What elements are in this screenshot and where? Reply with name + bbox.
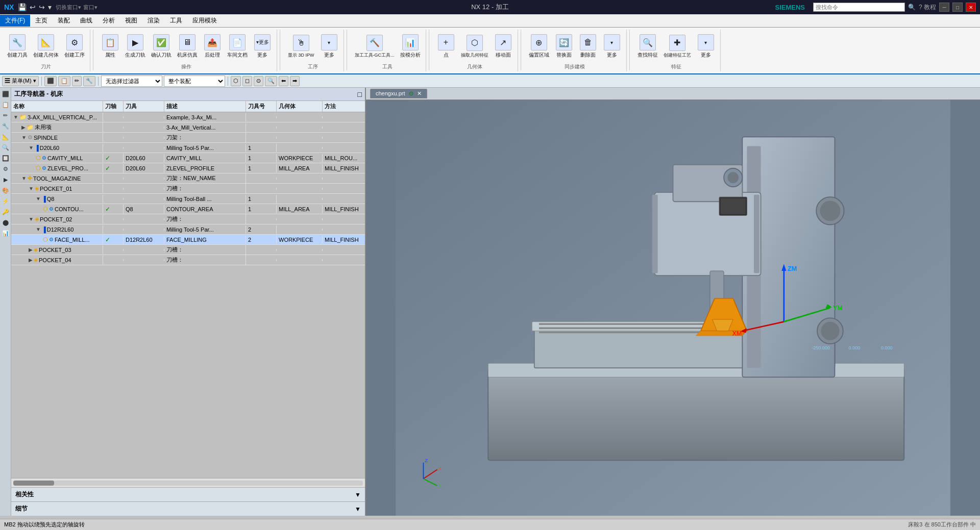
tb-menu-btn[interactable]: ☰ 菜单(M) ▾ xyxy=(2,76,39,86)
point-button[interactable]: + 点 xyxy=(435,33,457,60)
menu-tools[interactable]: 工具 xyxy=(165,15,187,27)
search-icon[interactable]: 🔍 xyxy=(908,4,916,11)
table-row[interactable]: ⬡ ⚙ ZLEVEL_PRO... ✓ D20L60 ZLEVEL_PROFIL… xyxy=(11,163,365,173)
expand-icon[interactable]: ▼ xyxy=(21,175,27,181)
generate-button[interactable]: ▶ 生成刀轨 xyxy=(123,33,148,60)
tb-btn-1[interactable]: ⬛ xyxy=(44,76,57,86)
sidebar-icon-9[interactable]: ▶ xyxy=(1,174,11,185)
shopfloor-button[interactable]: 📄 车间文档 xyxy=(225,33,250,60)
assembly-dropdown[interactable]: 整个装配 xyxy=(164,75,225,87)
more-feature-button[interactable]: ▾ 更多 xyxy=(695,33,717,60)
tb-btn-4[interactable]: 🔧 xyxy=(83,76,95,86)
sidebar-icon-7[interactable]: 🔲 xyxy=(1,153,11,163)
scroll-track[interactable] xyxy=(13,481,363,486)
table-row[interactable]: ▼ ▐ D20L60 Milling Tool-5 Par... 1 xyxy=(11,143,365,153)
menu-render[interactable]: 渲染 xyxy=(142,15,165,27)
expand-icon[interactable]: ▼ xyxy=(29,186,34,191)
expand-icon[interactable]: ▶ xyxy=(29,247,33,253)
machine-3d-view[interactable]: ZM YM XM xyxy=(366,100,980,516)
expand-icon[interactable]: ▼ xyxy=(13,114,18,120)
sidebar-icon-11[interactable]: ⚡ xyxy=(1,196,11,206)
tb-view-btn-3[interactable]: ⊙ xyxy=(254,76,263,86)
view-tab-item[interactable]: chengxu.prt ⊙ ✕ xyxy=(370,89,427,98)
table-row[interactable]: ⬡ ⚙ FACE_MILL... ✓ D12R2L60 FACE_MILLING… xyxy=(11,235,365,245)
tb-btn-3[interactable]: ✏ xyxy=(72,76,82,86)
maximize-button[interactable]: □ xyxy=(952,3,963,12)
close-button[interactable]: ✕ xyxy=(966,3,976,12)
scroll-thumb[interactable] xyxy=(13,481,54,486)
table-row[interactable]: ▶ ◈ POCKET_03 刀槽： xyxy=(11,245,365,255)
table-row[interactable]: ⬡ ⚙ CAVITY_MILL ✓ D20L60 CAVITY_MILL 1 W… xyxy=(11,153,365,163)
expand-icon[interactable]: ▼ xyxy=(36,226,41,232)
menu-home[interactable]: 主页 xyxy=(30,15,53,27)
table-row[interactable]: ▼ 📁 3-AX_MILL_VERTICAL_P... Example, 3-A… xyxy=(11,112,365,122)
relevance-toggle[interactable]: ▼ xyxy=(355,491,361,498)
table-row[interactable]: ▼ ✤ TOOL_MAGAZINE 刀架：NEW_NAME xyxy=(11,173,365,184)
more-process-button[interactable]: ▾ 更多 xyxy=(318,33,340,60)
nav-scrollbar[interactable] xyxy=(11,478,365,487)
sidebar-icon-13[interactable]: ⬤ xyxy=(1,217,11,228)
expand-icon[interactable]: ▶ xyxy=(29,257,33,263)
more-sync-button[interactable]: ▾ 更多 xyxy=(601,33,623,60)
menu-curve[interactable]: 曲线 xyxy=(75,15,97,27)
create-op-button[interactable]: ⚙ 创建工序 xyxy=(62,33,87,60)
properties-button[interactable]: 📋 属性 xyxy=(99,33,121,60)
redo-button[interactable]: ↪ xyxy=(38,3,46,11)
sidebar-icon-4[interactable]: 🔧 xyxy=(1,121,11,131)
machine-tool-button[interactable]: 🔨 加工工具-GC工具... xyxy=(353,34,397,60)
tb-view-btn-1[interactable]: ⬡ xyxy=(231,76,241,86)
sidebar-icon-10[interactable]: 🎨 xyxy=(1,185,11,195)
sidebar-icon-1[interactable]: ⬛ xyxy=(1,89,11,99)
create-tool-button[interactable]: 🔧 创建刀具 xyxy=(5,33,30,60)
menu-file[interactable]: 文件(F) xyxy=(0,15,30,27)
move-face-button[interactable]: ↗ 移动面 xyxy=(492,33,514,60)
sidebar-icon-8[interactable]: ⚙ xyxy=(1,164,11,174)
tb-view-btn-5[interactable]: ⬅ xyxy=(279,76,288,86)
expand-icon[interactable]: ▼ xyxy=(29,145,34,150)
tb-btn-2[interactable]: 📋 xyxy=(58,76,70,86)
extract-button[interactable]: ⬡ 抽取几何特征 xyxy=(459,34,491,60)
undo-button[interactable]: ↩ xyxy=(29,3,37,11)
sidebar-icon-5[interactable]: 📐 xyxy=(1,132,11,142)
tb-view-btn-2[interactable]: ◻ xyxy=(242,76,252,86)
table-row[interactable]: ▼ ◈ POCKET_02 刀槽： xyxy=(11,214,365,224)
table-row[interactable]: ▼ ▐ D12R2L60 Milling Tool-5 Par... 2 xyxy=(11,224,365,235)
verify-button[interactable]: ✅ 确认刀轨 xyxy=(149,33,174,60)
filter-dropdown[interactable]: 无选择过滤器 xyxy=(101,75,162,87)
create-feature-button[interactable]: ✚ 创建特征工艺 xyxy=(662,34,693,60)
details-toggle[interactable]: ▼ xyxy=(355,506,361,513)
table-row[interactable]: ▶ 📁 未用项 3-Ax_Mill_Vertical... xyxy=(11,122,365,133)
expand-icon[interactable]: ▼ xyxy=(29,216,34,222)
sidebar-icon-2[interactable]: 📋 xyxy=(1,99,11,110)
delete-face-button[interactable]: 🗑 删除面 xyxy=(577,33,599,60)
expand-icon[interactable]: ▼ xyxy=(36,196,41,201)
table-row[interactable]: ⬡ ⚙ CONTOU... ✓ Q8 CONTOUR_AREA 1 MILL_A… xyxy=(11,204,365,214)
display-3d-button[interactable]: 🖱 显示 3D IPW xyxy=(286,34,316,60)
find-feature-button[interactable]: 🔍 查找特征 xyxy=(635,33,660,60)
tb-view-btn-6[interactable]: ➡ xyxy=(290,76,300,86)
post-button[interactable]: 📤 后处理 xyxy=(201,33,224,60)
details-panel[interactable]: 细节 ▼ xyxy=(11,501,365,516)
search-input[interactable] xyxy=(813,3,905,12)
expand-icon[interactable]: ▼ xyxy=(21,135,27,140)
sidebar-icon-14[interactable]: 📊 xyxy=(1,228,11,238)
tb-view-btn-4[interactable]: 🔍 xyxy=(265,76,277,86)
table-row[interactable]: ▼ ◈ POCKET_01 刀槽： xyxy=(11,184,365,194)
table-row[interactable]: ▼ ⚙ SPINDLE 刀架： xyxy=(11,133,365,143)
view-tab-close[interactable]: ✕ xyxy=(417,90,422,96)
analysis-button[interactable]: 📊 按模分析 xyxy=(398,33,423,60)
table-row[interactable]: ▼ ▐ Q8 Milling Tool-Ball ... 1 xyxy=(11,194,365,204)
nav-expand-button[interactable]: □ xyxy=(358,90,362,98)
sidebar-icon-12[interactable]: 🔑 xyxy=(1,207,11,217)
qa-dropdown[interactable]: ▾ xyxy=(47,3,53,11)
menu-view[interactable]: 视图 xyxy=(120,15,142,27)
relevance-panel[interactable]: 相关性 ▼ xyxy=(11,487,365,501)
menu-analysis[interactable]: 分析 xyxy=(97,15,120,27)
more-op-button[interactable]: ▾更多 更多 xyxy=(251,33,274,60)
minimize-button[interactable]: ─ xyxy=(939,3,949,12)
offset-button[interactable]: ⊕ 偏置区域 xyxy=(527,33,551,60)
save-button[interactable]: 💾 xyxy=(17,3,28,11)
menu-app-modules[interactable]: 应用模块 xyxy=(187,15,222,27)
simulate-button[interactable]: 🖥 机床仿真 xyxy=(175,33,200,60)
expand-icon[interactable]: ▶ xyxy=(21,124,26,130)
